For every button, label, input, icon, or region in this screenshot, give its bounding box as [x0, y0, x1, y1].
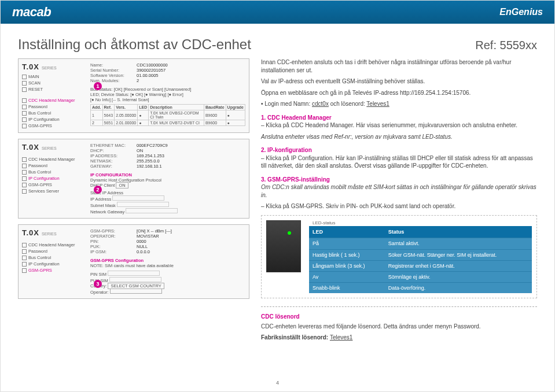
tox-logo: T.0X: [22, 143, 39, 151]
series-label: SERIES: [42, 146, 57, 150]
screenshots-column: 1 T.0XSERIES MAIN SCAN RESET CDC Headend…: [18, 58, 249, 345]
td: 5651: [102, 120, 115, 126]
td: 2: [91, 120, 103, 126]
menu-item: CDC Headend Manager: [28, 242, 75, 247]
td: T.0X MUX DVBT2-DVBT CI: [149, 120, 204, 126]
field-label: Operator:: [90, 290, 109, 295]
section-1-line-1: – Klicka på CDC Headend Manager. Här vis…: [261, 121, 537, 130]
field-label: IP Address: [90, 197, 111, 202]
td: Snabb-blink: [309, 283, 385, 294]
page-title: Inställning och åtkomst av CDC-enhet: [18, 36, 251, 53]
info-key: DHCP:: [90, 148, 137, 153]
info-val: 192.168.10.1: [137, 164, 162, 169]
screenshot-gsm: 3 T.0XSERIES CDC Headend Manager Passwor…: [18, 224, 249, 299]
dhcp-select: ON: [116, 182, 128, 188]
td: ●: [138, 120, 149, 126]
login-password: Televes1: [366, 101, 389, 107]
side-menu-2: CDC Headend Manager Password Bus Control…: [22, 156, 86, 194]
password-line: CDC-enheten levereras med följande lösen…: [261, 323, 537, 331]
title-row: Inställning och åtkomst av CDC-enhet Ref…: [1, 24, 554, 58]
series-label: SERIES: [42, 66, 57, 70]
info-key: GATEWAY:: [90, 164, 137, 169]
section-1-head: 1. CDC Headend Manager: [261, 114, 537, 122]
ipconfig-title: IP CONFIGURATION: [90, 172, 245, 177]
section-3-head: 3. GSM-GPRS-inställning: [261, 176, 537, 184]
table-row: Hastig blink ( 1 sek.)Söker GSM-nät. Stä…: [309, 249, 532, 260]
th: Add.: [91, 105, 103, 110]
menu-item: RESET: [28, 87, 43, 92]
menu-item: CDC Headend Manager: [28, 98, 75, 103]
menu-item: Services Server: [28, 188, 59, 194]
menu-item: CDC Headend Manager: [28, 157, 75, 162]
gsm-title: GSM-GPRS Configuration: [90, 258, 245, 263]
header-bar: macab EnGenius: [1, 1, 554, 24]
td: ●: [226, 120, 245, 126]
brand-left-logo: macab: [12, 5, 51, 20]
password-head: CDC lösenord: [261, 313, 537, 321]
table-row: 1 5643 2.05.00000 ● T.0X MUX DVBS2-COFDM…: [91, 110, 245, 120]
body-text-column: Innan CDC-enheten ansluts och tas i drif…: [261, 58, 537, 345]
login-line: • Login med Namn: cdct0x och lösenord: T…: [261, 100, 537, 108]
led-status-table: LED Status PåSamtal aktivt. Hastig blink…: [309, 226, 532, 293]
th: LED: [138, 105, 149, 110]
menu-item: GSM-GPRS: [28, 123, 52, 128]
page-number: 4: [276, 380, 279, 386]
td: ●: [138, 110, 149, 120]
info-val: 0000: [137, 239, 146, 244]
info-val: [ON] X -- dBm [---]: [137, 228, 172, 234]
modules-table: Add. Ref. Vers. LED Description BaudRate…: [90, 104, 245, 126]
info-key: PIN:: [90, 239, 137, 244]
menu-item: IP Configuration: [28, 117, 60, 122]
td: 5643: [102, 110, 115, 120]
led-device-status: LED; Device Status: [● OK] [● Warning] […: [90, 92, 245, 97]
net-block: ETHERNET MAC:000EFC2709C9 DHCP:ON IP ADD…: [90, 143, 245, 169]
info-val: 169.254.1.253: [137, 153, 164, 158]
info-key: Serial Number:: [90, 68, 137, 73]
gsm-block: GSM-GPRS:[ON] X -- dBm [---] OPERATOR:MO…: [90, 228, 245, 254]
field-label: PIN SIM: [90, 272, 106, 277]
info-val: CDC100000000: [137, 62, 168, 68]
login-mid: och lösenord:: [329, 101, 366, 107]
th: Description: [149, 105, 204, 110]
tox-logo: T.0X: [22, 228, 39, 237]
login-prefix: • Login med Namn:: [261, 101, 312, 107]
reference-number: Ref: 5559xx: [475, 39, 537, 52]
td: ●: [226, 110, 245, 120]
th: Ref.: [102, 105, 115, 110]
open-browser-line: Öppna en webbläsare och gå in på Televés…: [261, 89, 537, 97]
section-2-head: 2. IP-konfiguration: [261, 146, 537, 154]
menu-item: Password: [28, 249, 47, 254]
content-area: 1 T.0XSERIES MAIN SCAN RESET CDC Headend…: [1, 58, 554, 351]
th: Vers.: [115, 105, 138, 110]
document-page: macab EnGenius Inställning och åtkomst a…: [0, 0, 555, 392]
td: 2.05.00000: [115, 110, 138, 120]
td: Sömnläge ej aktiv.: [385, 271, 532, 282]
td: Söker GSM-nät. Stänger ner. SIM ej insta…: [385, 249, 532, 260]
th: LED: [309, 226, 385, 238]
th: BaudRate: [204, 105, 226, 110]
td: Långsam blink (3 sek.): [309, 260, 385, 271]
info-val: 2: [137, 78, 139, 83]
menu-item: GSM-GPRS: [28, 268, 52, 273]
tox-logo: T.0X: [22, 62, 39, 71]
password-factory: Fabriksinställt lösenord: Televes1: [261, 334, 537, 342]
top-menu: MAIN SCAN RESET: [22, 73, 86, 93]
intro-para-2: Val av IP-adress och eventuellt GSM-inst…: [261, 77, 537, 86]
th: Upgrade: [226, 105, 245, 110]
menu-item: SCAN: [28, 80, 41, 86]
section-1-line-2: Anslutna enheter visas med Ref-nr:, vers…: [261, 133, 537, 141]
bus-status: Bus Status: [OK] [Recovered or Scan] [Un…: [90, 87, 245, 92]
td: B9600: [204, 120, 226, 126]
td: Data-överföring.: [385, 283, 532, 294]
info-key: IP ADDRESS:: [90, 153, 137, 158]
info-val: 255.255.0.0: [137, 158, 160, 164]
td: 1: [91, 110, 103, 120]
led-status-box: LED-status LED Status PåSamtal aktivt. H…: [261, 215, 537, 299]
section-3-line-2: – Klicka på GSM-GPRS. Skriv in PIN- och …: [261, 202, 537, 210]
static-ip-label: Static IP Address: [90, 190, 245, 195]
info-val: ON: [137, 148, 143, 153]
info-val: 0.0.0.0: [137, 249, 150, 254]
table-row: Snabb-blinkData-överföring.: [309, 283, 532, 294]
td: 2.01.00000: [115, 120, 138, 126]
table-row: 2 5651 2.01.00000 ● T.0X MUX DVBT2-DVBT …: [91, 120, 245, 126]
